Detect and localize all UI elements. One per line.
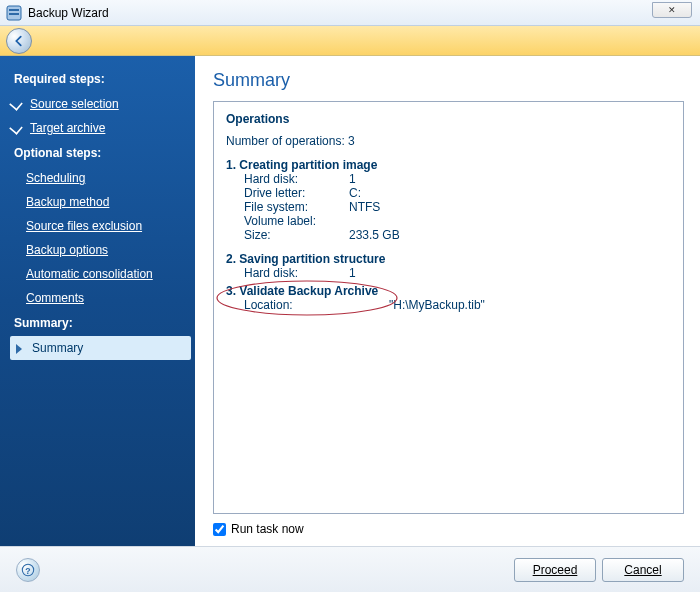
sidebar-item-automatic-consolidation[interactable]: Automatic consolidation — [0, 262, 195, 286]
run-task-row: Run task now — [213, 522, 684, 536]
back-arrow-icon — [12, 34, 26, 48]
cancel-button[interactable]: Cancel — [602, 558, 684, 582]
close-button[interactable]: ✕ — [652, 2, 692, 18]
sidebar-item-backup-method[interactable]: Backup method — [0, 190, 195, 214]
window-title: Backup Wizard — [28, 6, 109, 20]
titlebar: Backup Wizard ✕ — [0, 0, 700, 26]
svg-rect-1 — [9, 9, 19, 11]
content-area: Summary Operations Number of operations:… — [195, 56, 700, 546]
help-icon: ? — [21, 563, 35, 577]
sidebar-item-scheduling[interactable]: Scheduling — [0, 166, 195, 190]
step1-drive-letter: Drive letter:C: — [226, 186, 671, 200]
sidebar-item-source-files-exclusion[interactable]: Source files exclusion — [0, 214, 195, 238]
main-area: Required steps: Source selection Target … — [0, 56, 700, 546]
sidebar-item-backup-options[interactable]: Backup options — [0, 238, 195, 262]
sidebar-item-target-archive[interactable]: Target archive — [0, 116, 195, 140]
toolbar — [0, 26, 700, 56]
required-steps-heading: Required steps: — [0, 66, 195, 92]
help-button[interactable]: ? — [16, 558, 40, 582]
operations-label: Operations — [226, 112, 671, 126]
footer: ? Proceed Cancel — [0, 546, 700, 592]
optional-steps-heading: Optional steps: — [0, 140, 195, 166]
summary-heading: Summary: — [0, 310, 195, 336]
step1-title: 1. Creating partition image — [226, 158, 671, 172]
sidebar-item-summary[interactable]: Summary — [10, 336, 191, 360]
step1-volume-label: Volume label: — [226, 214, 671, 228]
back-button[interactable] — [6, 28, 32, 54]
step1-size: Size:233.5 GB — [226, 228, 671, 242]
step2-title: 2. Saving partition structure — [226, 252, 671, 266]
close-icon: ✕ — [668, 5, 676, 15]
svg-text:?: ? — [25, 565, 30, 575]
step2-hard-disk: Hard disk:1 — [226, 266, 671, 280]
app-icon — [6, 5, 22, 21]
step1-file-system: File system:NTFS — [226, 200, 671, 214]
summary-panel: Operations Number of operations: 3 1. Cr… — [213, 101, 684, 514]
sidebar: Required steps: Source selection Target … — [0, 56, 195, 546]
page-title: Summary — [213, 70, 684, 91]
svg-rect-2 — [9, 13, 19, 15]
run-task-checkbox[interactable] — [213, 523, 226, 536]
step1-hard-disk: Hard disk:1 — [226, 172, 671, 186]
run-task-label: Run task now — [231, 522, 304, 536]
operation-count: Number of operations: 3 — [226, 134, 671, 148]
sidebar-item-comments[interactable]: Comments — [0, 286, 195, 310]
step3-title: 3. Validate Backup Archive — [226, 284, 671, 298]
sidebar-item-source-selection[interactable]: Source selection — [0, 92, 195, 116]
step3-location: Location:"H:\MyBackup.tib" — [226, 298, 671, 312]
proceed-button[interactable]: Proceed — [514, 558, 596, 582]
